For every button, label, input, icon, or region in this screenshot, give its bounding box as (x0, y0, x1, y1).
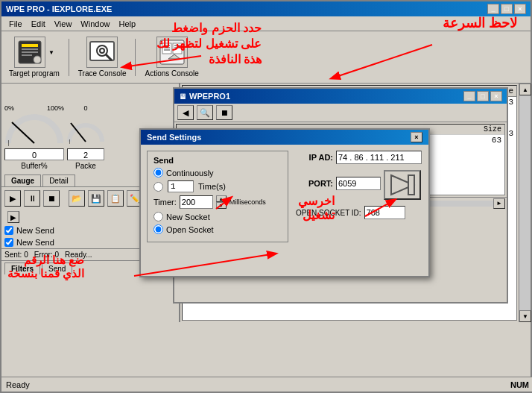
ip-port-section: IP AD: PORT: OPEN SOCKET ID: (296, 151, 422, 242)
send-options-group: Send Continuously 1 Time(s) Timer: ▲ ▼ (147, 151, 288, 242)
trace-console-label: Trace Console (78, 69, 127, 78)
svg-rect-3 (22, 51, 38, 53)
open-file-button[interactable]: 📂 (69, 190, 85, 207)
sent-status: Sent: 0 (4, 251, 28, 259)
menu-window[interactable]: Window (76, 18, 114, 30)
scrollbar-vertical[interactable]: ▲ ▼ (519, 84, 531, 322)
close-button[interactable]: × (514, 4, 526, 14)
inner-close-button[interactable]: × (490, 91, 502, 101)
new-send-checkbox-2[interactable] (4, 238, 13, 247)
inner-back-button[interactable]: ◀ (177, 105, 194, 120)
inner-window-title: WPEPRO1 (189, 92, 230, 101)
svg-line-19 (12, 122, 34, 143)
port-field-row: PORT: (296, 167, 422, 200)
minimize-button[interactable]: _ (487, 4, 499, 14)
continuously-radio[interactable] (153, 168, 163, 177)
tab-detail[interactable]: Detail (42, 175, 75, 186)
tab-send[interactable]: Send (42, 262, 72, 274)
pause-button[interactable]: ⏸ (24, 190, 40, 207)
counter-zero: 0 (67, 104, 104, 112)
times-radio[interactable] (153, 182, 163, 192)
open-socket-radio[interactable] (153, 224, 163, 234)
actions-console-button[interactable]: Actions Console (142, 35, 201, 79)
actions-console-icon (156, 37, 188, 68)
inner-scroll-right[interactable]: ► (493, 198, 505, 209)
save-button[interactable]: 💾 (88, 190, 104, 207)
trace-console-button[interactable]: Trace Console (75, 35, 130, 79)
menu-view[interactable]: View (50, 18, 77, 30)
send-settings-dialog: Send Settings × Send Continuously 1 Time… (139, 128, 430, 277)
svg-rect-22 (408, 175, 414, 195)
port-input[interactable] (336, 177, 381, 190)
open-socket-row: Open Socket (153, 224, 282, 234)
times-value[interactable]: 1 (168, 180, 194, 192)
inner-minimize-button[interactable]: _ (463, 91, 475, 101)
menu-file[interactable]: File (4, 18, 27, 30)
trace-console-icon (86, 37, 118, 68)
buffer-gauge: 0% 100% 0 Buffer% (4, 104, 64, 170)
scroll-up-button[interactable]: ▲ (519, 84, 531, 95)
ip-field-row: IP AD: (296, 151, 422, 164)
packet-value: 2 (67, 148, 104, 160)
gauge-min-label: 0% (4, 104, 14, 112)
tab-gauge[interactable]: Gauge (4, 175, 41, 186)
packet-widget: 0 2 Packe (67, 104, 104, 170)
target-program-icon (14, 37, 45, 68)
maximize-button[interactable]: □ (501, 4, 513, 14)
target-dropdown-arrow[interactable]: ▼ (48, 49, 54, 56)
ip-input[interactable] (336, 151, 422, 164)
inner-row-size: 63 (464, 136, 501, 145)
new-send-label-1: New Send (16, 226, 54, 235)
play-button[interactable]: ▶ (4, 190, 21, 207)
open-socket-id-row: OPEN SOCKET ID: (296, 206, 422, 219)
gauge-min-max: 0% 100% (4, 104, 64, 112)
dialog-title-text: Send Settings (147, 133, 201, 142)
timer-spin-up[interactable]: ▲ (216, 195, 227, 202)
svg-rect-15 (173, 43, 182, 54)
actions-console-label: Actions Console (145, 69, 198, 78)
toolbar-sep-2 (135, 39, 136, 76)
timer-spin-down[interactable]: ▼ (216, 202, 227, 209)
error-status: Error: 0 (34, 251, 59, 259)
target-program-label: Target program (9, 69, 60, 78)
new-socket-radio[interactable] (153, 212, 163, 221)
scroll-down-button[interactable]: ▼ (519, 310, 531, 322)
copy-button[interactable]: 📋 (107, 190, 124, 207)
inner-search-button[interactable]: 🔍 (197, 105, 213, 120)
packet-label: Packe (75, 162, 96, 170)
port-label: PORT: (296, 179, 333, 188)
scroll-track[interactable] (519, 95, 531, 310)
timer-unit: Milliseconds (229, 198, 266, 206)
svg-rect-1 (22, 44, 38, 47)
main-window: WPE PRO - IEXPLORE.EXE _ □ × File Edit V… (0, 0, 532, 393)
send-group-legend: Send (153, 156, 282, 165)
new-socket-label: New Socket (166, 213, 210, 221)
inner-toolbar: ◀ 🔍 ⏹ (174, 104, 507, 122)
new-socket-row: New Socket (153, 212, 282, 221)
main-title-bar: WPE PRO - IEXPLORE.EXE _ □ × (1, 1, 531, 16)
send-execute-button[interactable] (384, 170, 421, 200)
new-send-checkbox-1[interactable] (4, 226, 13, 235)
menu-edit[interactable]: Edit (27, 18, 50, 30)
stop-button[interactable]: ⏹ (43, 190, 60, 207)
inner-stop-button[interactable]: ⏹ (216, 105, 232, 120)
timer-spinner[interactable]: ▲ ▼ (216, 195, 227, 209)
menu-help[interactable]: Help (114, 18, 140, 30)
small-play-button[interactable]: ▶ (7, 211, 19, 223)
continuously-label: Continuously (166, 169, 214, 177)
svg-point-5 (34, 56, 41, 63)
main-status-bar: Ready NUM (1, 377, 532, 392)
dialog-close-button[interactable]: × (411, 132, 422, 142)
tab-filters[interactable]: Filters (4, 262, 40, 274)
timer-input[interactable] (180, 195, 213, 209)
inner-maximize-button[interactable]: □ (477, 91, 489, 101)
open-socket-id-input[interactable] (364, 206, 405, 219)
dialog-title-bar: Send Settings × (141, 130, 428, 145)
svg-rect-2 (22, 48, 38, 50)
gauge-max-label: 100% (47, 104, 64, 112)
svg-rect-4 (22, 54, 32, 56)
main-window-title: WPE PRO - IEXPLORE.EXE (6, 4, 112, 13)
menu-bar: File Edit View Window Help (1, 16, 531, 31)
gauge-value: 0 (4, 148, 64, 160)
target-program-button[interactable]: ▼ Target program (6, 35, 63, 79)
